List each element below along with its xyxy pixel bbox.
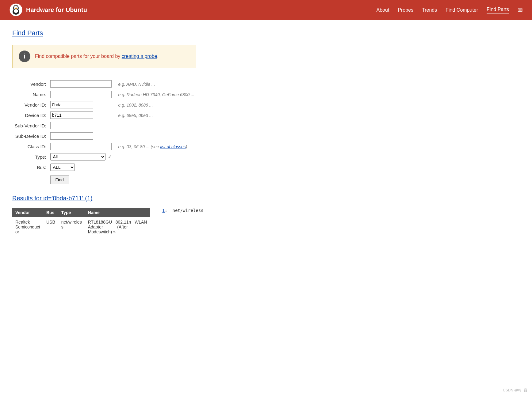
name-label: Name: (12, 89, 48, 100)
cell-type: net/wireless (58, 217, 85, 237)
col-vendor: Vendor (12, 208, 43, 217)
class-id-label: Class ID: (12, 141, 48, 152)
device-id-input[interactable] (50, 111, 93, 119)
main-content: Find Parts i Find compatible parts for y… (0, 20, 276, 246)
find-button-row: Find (12, 172, 197, 186)
device-id-hint: e.g. 68e5, 0be3 ... (118, 113, 153, 118)
table-row: RealtekSemiconductor USB net/wireless RT… (12, 217, 150, 237)
cell-name: RTL8188GU 802.11n WLANAdapter (AfterMode… (85, 217, 150, 237)
nav-probes[interactable]: Probes (398, 7, 413, 13)
vendor-label: Vendor: (12, 79, 48, 89)
bus-select[interactable]: ALL (50, 164, 75, 171)
type-select[interactable]: All (50, 153, 105, 160)
main-nav: About Probes Trends Find Computer Find P… (377, 6, 523, 14)
vendor-hint: e.g. AMD, Nvidia ... (118, 82, 155, 87)
vendor-id-input[interactable] (50, 101, 93, 108)
class-id-row: Class ID: e.g. 03, 06-80 ... (see list o… (12, 141, 197, 152)
sub-device-id-input[interactable] (50, 132, 93, 140)
sub-vendor-id-label: Sub-Vendor ID: (12, 120, 48, 131)
bus-row: Bus: ALL (12, 162, 197, 172)
cell-vendor: RealtekSemiconductor (12, 217, 43, 237)
sub-device-id-label: Sub-Device ID: (12, 131, 48, 141)
vendor-id-row: Vendor ID: e.g. 1002, 8086 ... (12, 100, 197, 110)
device-id-row: Device ID: e.g. 68e5, 0be3 ... (12, 110, 197, 120)
class-id-input[interactable] (50, 143, 112, 150)
site-title: Hardware for Ubuntu (26, 6, 87, 13)
page-title: Find Parts (12, 29, 264, 37)
nav-find-parts[interactable]: Find Parts (487, 7, 509, 13)
vendor-id-label: Vendor ID: (12, 100, 48, 110)
col-type: Type (58, 208, 85, 217)
creating-probe-link[interactable]: creating a probe (122, 54, 157, 59)
logo-icon (9, 3, 23, 17)
results-area: Vendor Bus Type Name RealtekSemiconducto… (12, 208, 264, 237)
vendor-row: Vendor: e.g. AMD, Nvidia ... (12, 79, 197, 89)
info-icon: i (19, 51, 30, 62)
cell-bus: USB (43, 217, 58, 237)
sub-vendor-id-input[interactable] (50, 122, 93, 129)
results-legend: 1: net/wireless (162, 208, 203, 213)
vendor-input[interactable] (50, 80, 112, 88)
results-table: Vendor Bus Type Name RealtekSemiconducto… (12, 208, 150, 237)
results-title: Results for id='0bda-b711' (1) (12, 195, 264, 202)
device-id-label: Device ID: (12, 110, 48, 120)
name-input[interactable] (50, 91, 112, 98)
mail-icon[interactable]: ✉ (518, 6, 523, 14)
type-label: Type: (12, 152, 48, 162)
svg-point-7 (14, 9, 18, 13)
name-hint: e.g. Radeon HD 7340, GeForce 6800 ... (118, 92, 194, 97)
search-form: Vendor: e.g. AMD, Nvidia ... Name: e.g. … (12, 79, 197, 186)
nav-trends[interactable]: Trends (422, 7, 437, 13)
nav-find-computer[interactable]: Find Computer (446, 7, 478, 13)
find-button[interactable]: Find (50, 175, 69, 184)
type-row: Type: All ✓ (12, 152, 197, 162)
info-box: i Find compatible parts for your board b… (12, 45, 196, 68)
logo-area: Hardware for Ubuntu (9, 3, 87, 17)
list-of-classes-link[interactable]: list of classes (160, 144, 186, 149)
bus-label: Bus: (12, 162, 48, 172)
class-id-hint: e.g. 03, 06-80 ... (see list of classes) (118, 144, 187, 149)
col-bus: Bus (43, 208, 58, 217)
table-header-row: Vendor Bus Type Name (12, 208, 150, 217)
sub-vendor-id-row: Sub-Vendor ID: (12, 120, 197, 131)
info-box-text: Find compatible parts for your board by … (35, 54, 159, 59)
svg-point-4 (17, 7, 17, 8)
svg-point-3 (15, 7, 16, 8)
name-row: Name: e.g. Radeon HD 7340, GeForce 6800 … (12, 89, 197, 100)
vendor-id-hint: e.g. 1002, 8086 ... (118, 103, 153, 107)
sub-device-id-row: Sub-Device ID: (12, 131, 197, 141)
site-header: Hardware for Ubuntu About Probes Trends … (0, 0, 532, 20)
nav-about[interactable]: About (377, 7, 389, 13)
col-name: Name (85, 208, 150, 217)
